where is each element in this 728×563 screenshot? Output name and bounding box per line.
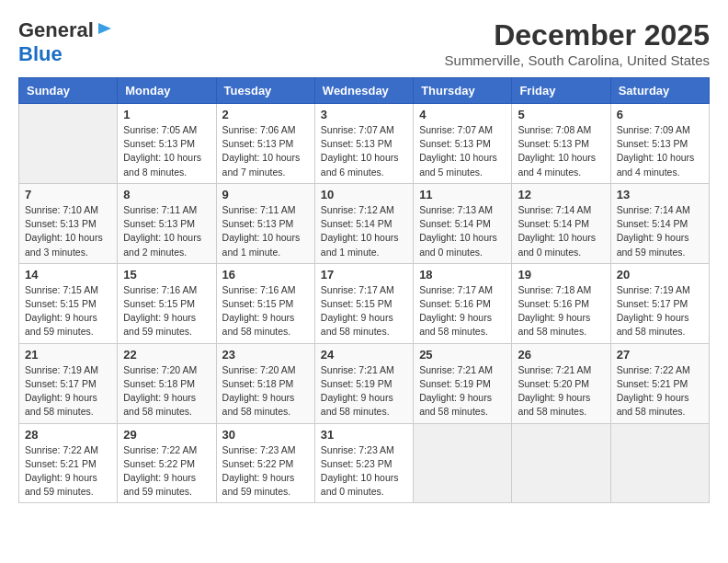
calendar-cell: 29Sunrise: 7:22 AMSunset: 5:22 PMDayligh… bbox=[118, 423, 216, 503]
day-number: 15 bbox=[123, 268, 210, 282]
day-number: 6 bbox=[617, 108, 703, 121]
calendar-week-4: 21Sunrise: 7:19 AMSunset: 5:17 PMDayligh… bbox=[19, 343, 710, 423]
day-info: Sunrise: 7:23 AMSunset: 5:23 PMDaylight:… bbox=[321, 443, 407, 500]
day-info: Sunrise: 7:19 AMSunset: 5:17 PMDaylight:… bbox=[25, 363, 111, 419]
day-number: 25 bbox=[419, 348, 506, 362]
day-number: 4 bbox=[419, 108, 506, 121]
day-number: 31 bbox=[321, 428, 407, 442]
day-number: 22 bbox=[123, 348, 210, 362]
day-number: 19 bbox=[518, 268, 604, 282]
day-number: 20 bbox=[617, 268, 703, 282]
svg-marker-0 bbox=[98, 23, 111, 34]
day-info: Sunrise: 7:22 AMSunset: 5:21 PMDaylight:… bbox=[25, 443, 111, 500]
day-info: Sunrise: 7:13 AMSunset: 5:14 PMDaylight:… bbox=[419, 203, 506, 259]
calendar-cell: 10Sunrise: 7:12 AMSunset: 5:14 PMDayligh… bbox=[314, 183, 413, 263]
calendar-cell: 8Sunrise: 7:11 AMSunset: 5:13 PMDaylight… bbox=[118, 183, 216, 263]
day-info: Sunrise: 7:08 AMSunset: 5:13 PMDaylight:… bbox=[518, 123, 604, 179]
day-info: Sunrise: 7:16 AMSunset: 5:15 PMDaylight:… bbox=[123, 283, 210, 339]
calendar-cell: 31Sunrise: 7:23 AMSunset: 5:23 PMDayligh… bbox=[314, 423, 413, 503]
day-number: 30 bbox=[222, 428, 309, 442]
day-info: Sunrise: 7:14 AMSunset: 5:14 PMDaylight:… bbox=[518, 203, 604, 259]
day-info: Sunrise: 7:07 AMSunset: 5:13 PMDaylight:… bbox=[419, 123, 506, 179]
calendar-cell: 7Sunrise: 7:10 AMSunset: 5:13 PMDaylight… bbox=[19, 183, 118, 263]
day-number: 10 bbox=[321, 188, 407, 201]
calendar-cell: 12Sunrise: 7:14 AMSunset: 5:14 PMDayligh… bbox=[512, 183, 610, 263]
day-info: Sunrise: 7:10 AMSunset: 5:13 PMDaylight:… bbox=[25, 203, 111, 259]
calendar-week-5: 28Sunrise: 7:22 AMSunset: 5:21 PMDayligh… bbox=[19, 423, 710, 503]
calendar-cell: 13Sunrise: 7:14 AMSunset: 5:14 PMDayligh… bbox=[610, 183, 709, 263]
day-info: Sunrise: 7:19 AMSunset: 5:17 PMDaylight:… bbox=[617, 283, 703, 339]
weekday-header-sunday: Sunday bbox=[19, 78, 118, 104]
weekday-header-tuesday: Tuesday bbox=[216, 78, 314, 104]
day-info: Sunrise: 7:12 AMSunset: 5:14 PMDaylight:… bbox=[321, 203, 407, 259]
calendar-cell: 28Sunrise: 7:22 AMSunset: 5:21 PMDayligh… bbox=[19, 423, 118, 503]
day-info: Sunrise: 7:15 AMSunset: 5:15 PMDaylight:… bbox=[25, 283, 111, 339]
calendar-cell: 6Sunrise: 7:09 AMSunset: 5:13 PMDaylight… bbox=[610, 104, 709, 184]
day-number: 21 bbox=[25, 348, 111, 362]
calendar-cell: 24Sunrise: 7:21 AMSunset: 5:19 PMDayligh… bbox=[314, 343, 413, 423]
weekday-header-thursday: Thursday bbox=[414, 78, 512, 104]
day-info: Sunrise: 7:23 AMSunset: 5:22 PMDaylight:… bbox=[222, 443, 309, 500]
logo: General Blue bbox=[18, 18, 113, 66]
day-info: Sunrise: 7:17 AMSunset: 5:15 PMDaylight:… bbox=[321, 283, 407, 339]
day-number: 7 bbox=[25, 188, 111, 201]
day-number: 18 bbox=[419, 268, 506, 282]
day-info: Sunrise: 7:21 AMSunset: 5:19 PMDaylight:… bbox=[419, 363, 506, 419]
day-info: Sunrise: 7:22 AMSunset: 5:21 PMDaylight:… bbox=[617, 363, 703, 419]
day-info: Sunrise: 7:09 AMSunset: 5:13 PMDaylight:… bbox=[617, 123, 703, 179]
day-number: 13 bbox=[617, 188, 703, 201]
calendar-cell: 16Sunrise: 7:16 AMSunset: 5:15 PMDayligh… bbox=[216, 263, 314, 343]
month-title: December 2025 bbox=[445, 18, 710, 52]
calendar-cell bbox=[512, 423, 610, 503]
day-number: 2 bbox=[222, 108, 309, 121]
weekday-header-monday: Monday bbox=[118, 78, 216, 104]
page-header: General Blue December 2025 Summerville, … bbox=[18, 18, 710, 68]
title-block: December 2025 Summerville, South Carolin… bbox=[445, 18, 710, 68]
calendar-cell: 19Sunrise: 7:18 AMSunset: 5:16 PMDayligh… bbox=[512, 263, 610, 343]
day-number: 26 bbox=[518, 348, 604, 362]
day-number: 14 bbox=[25, 268, 111, 282]
weekday-header-wednesday: Wednesday bbox=[314, 78, 413, 104]
day-number: 11 bbox=[419, 188, 506, 201]
calendar-cell: 5Sunrise: 7:08 AMSunset: 5:13 PMDaylight… bbox=[512, 104, 610, 184]
day-info: Sunrise: 7:18 AMSunset: 5:16 PMDaylight:… bbox=[518, 283, 604, 339]
calendar-cell: 30Sunrise: 7:23 AMSunset: 5:22 PMDayligh… bbox=[216, 423, 314, 503]
day-number: 16 bbox=[222, 268, 309, 282]
calendar-cell bbox=[19, 104, 118, 184]
calendar-cell: 15Sunrise: 7:16 AMSunset: 5:15 PMDayligh… bbox=[118, 263, 216, 343]
calendar-cell: 18Sunrise: 7:17 AMSunset: 5:16 PMDayligh… bbox=[414, 263, 512, 343]
calendar-cell: 22Sunrise: 7:20 AMSunset: 5:18 PMDayligh… bbox=[118, 343, 216, 423]
calendar-cell: 14Sunrise: 7:15 AMSunset: 5:15 PMDayligh… bbox=[19, 263, 118, 343]
calendar-cell: 9Sunrise: 7:11 AMSunset: 5:13 PMDaylight… bbox=[216, 183, 314, 263]
calendar-cell: 3Sunrise: 7:07 AMSunset: 5:13 PMDaylight… bbox=[314, 104, 413, 184]
day-info: Sunrise: 7:20 AMSunset: 5:18 PMDaylight:… bbox=[123, 363, 210, 419]
calendar-cell bbox=[414, 423, 512, 503]
day-info: Sunrise: 7:22 AMSunset: 5:22 PMDaylight:… bbox=[123, 443, 210, 500]
calendar-cell: 20Sunrise: 7:19 AMSunset: 5:17 PMDayligh… bbox=[610, 263, 709, 343]
day-info: Sunrise: 7:11 AMSunset: 5:13 PMDaylight:… bbox=[123, 203, 210, 259]
day-number: 29 bbox=[123, 428, 210, 442]
day-info: Sunrise: 7:17 AMSunset: 5:16 PMDaylight:… bbox=[419, 283, 506, 339]
calendar-cell: 27Sunrise: 7:22 AMSunset: 5:21 PMDayligh… bbox=[610, 343, 709, 423]
calendar-cell: 4Sunrise: 7:07 AMSunset: 5:13 PMDaylight… bbox=[414, 104, 512, 184]
day-number: 28 bbox=[25, 428, 111, 442]
day-number: 9 bbox=[222, 188, 309, 201]
day-number: 24 bbox=[321, 348, 407, 362]
day-number: 12 bbox=[518, 188, 604, 201]
day-info: Sunrise: 7:06 AMSunset: 5:13 PMDaylight:… bbox=[222, 123, 309, 179]
day-info: Sunrise: 7:05 AMSunset: 5:13 PMDaylight:… bbox=[123, 123, 210, 179]
location: Summerville, South Carolina, United Stat… bbox=[445, 52, 710, 68]
calendar-cell bbox=[610, 423, 709, 503]
weekday-header-friday: Friday bbox=[512, 78, 610, 104]
logo-blue: Blue bbox=[18, 42, 63, 65]
day-info: Sunrise: 7:20 AMSunset: 5:18 PMDaylight:… bbox=[222, 363, 309, 419]
calendar-week-1: 1Sunrise: 7:05 AMSunset: 5:13 PMDaylight… bbox=[19, 104, 710, 184]
day-info: Sunrise: 7:11 AMSunset: 5:13 PMDaylight:… bbox=[222, 203, 309, 259]
day-number: 5 bbox=[518, 108, 604, 121]
calendar-cell: 11Sunrise: 7:13 AMSunset: 5:14 PMDayligh… bbox=[414, 183, 512, 263]
day-number: 3 bbox=[321, 108, 407, 121]
logo-arrow-icon bbox=[97, 20, 113, 40]
calendar-cell: 21Sunrise: 7:19 AMSunset: 5:17 PMDayligh… bbox=[19, 343, 118, 423]
logo-general: General bbox=[18, 18, 94, 42]
day-info: Sunrise: 7:07 AMSunset: 5:13 PMDaylight:… bbox=[321, 123, 407, 179]
